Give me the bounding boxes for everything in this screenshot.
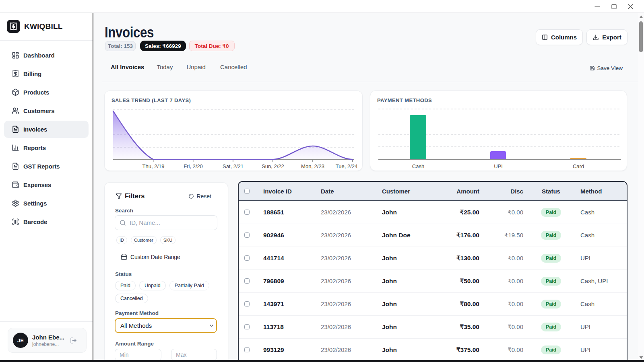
- svg-text:Sun, 2/22: Sun, 2/22: [262, 163, 284, 169]
- svg-text:Tue, 2/24: Tue, 2/24: [336, 163, 357, 169]
- svg-text:Fri, 2/20: Fri, 2/20: [184, 163, 203, 169]
- svg-text:Cash: Cash: [412, 163, 424, 169]
- svg-text:UPI: UPI: [494, 163, 503, 169]
- svg-text:Mon, 2/23: Mon, 2/23: [301, 163, 324, 169]
- svg-text:Sat, 2/21: Sat, 2/21: [223, 163, 244, 169]
- svg-text:Card: Card: [573, 163, 584, 169]
- svg-text:Thu, 2/19: Thu, 2/19: [142, 163, 165, 169]
